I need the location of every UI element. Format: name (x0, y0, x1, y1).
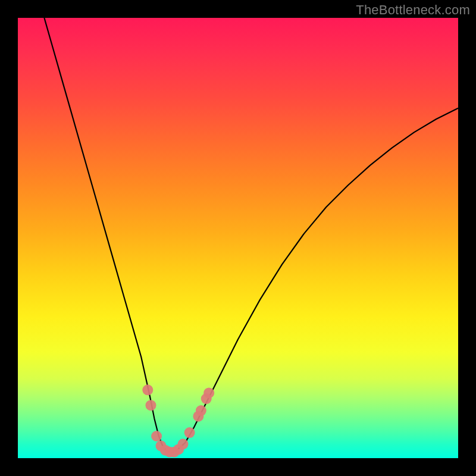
chart-svg (18, 18, 458, 458)
outer-frame: TheBottleneck.com (0, 0, 476, 476)
watermark-text: TheBottleneck.com (356, 2, 470, 18)
marker-dot (142, 384, 153, 395)
plot-area (18, 18, 458, 458)
marker-dot (203, 387, 214, 398)
marker-dot (196, 405, 206, 416)
marker-dot (151, 431, 162, 441)
marker-dot (145, 400, 156, 411)
marker-dot (178, 439, 189, 449)
marker-dot (184, 427, 195, 438)
chart-line (44, 18, 458, 452)
chart-markers (142, 384, 214, 457)
